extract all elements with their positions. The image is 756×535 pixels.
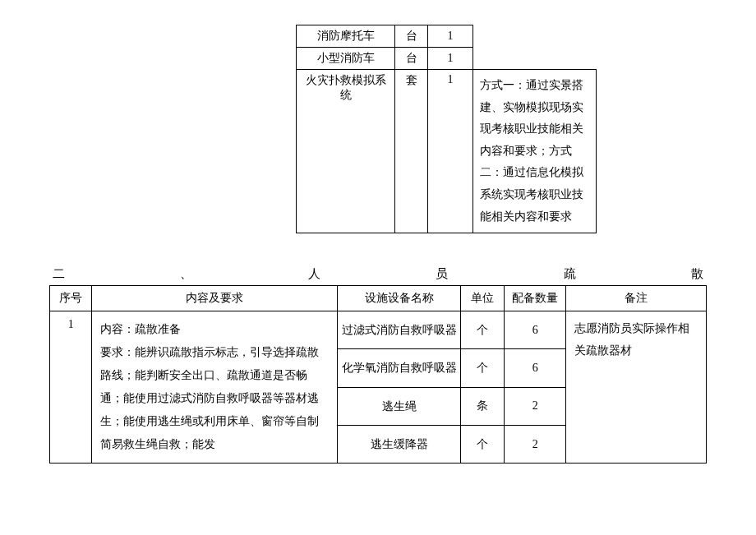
unit-cell: 条 <box>460 387 504 425</box>
table-row: 消防摩托车 台 1 <box>297 25 597 48</box>
equip-name-cell: 消防摩托车 <box>297 25 395 48</box>
unit-cell: 台 <box>395 25 428 48</box>
equip-name-cell: 逃生缓降器 <box>338 425 461 463</box>
seq-cell: 1 <box>50 311 92 464</box>
equipment-table-1: 消防摩托车 台 1 小型消防车 台 1 火灾扑救模拟系统 套 1 方式一：通过实… <box>296 25 597 233</box>
equip-name-cell: 火灾扑救模拟系统 <box>297 70 395 233</box>
qty-cell: 1 <box>428 48 473 70</box>
header-unit: 单位 <box>460 286 504 311</box>
heading-char: 散 <box>691 266 703 282</box>
note-cell: 方式一：通过实景搭建、实物模拟现场实现考核职业技能相关内容和要求；方式二：通过信… <box>473 70 597 233</box>
header-content: 内容及要求 <box>92 286 338 311</box>
heading-char: 员 <box>436 266 448 282</box>
equip-name-cell: 逃生绳 <box>338 387 461 425</box>
qty-cell: 1 <box>428 70 473 233</box>
qty-cell: 1 <box>428 25 473 48</box>
heading-char: 、 <box>180 266 192 282</box>
section-heading: 二 、 人 员 疏 散 <box>49 266 707 282</box>
heading-char: 人 <box>308 266 320 282</box>
equip-name-cell: 小型消防车 <box>297 48 395 70</box>
qty-cell: 2 <box>505 425 566 463</box>
header-note: 备注 <box>566 286 707 311</box>
table-row: 小型消防车 台 1 <box>297 48 597 70</box>
note-cell: 志愿消防员实际操作相关疏散器材 <box>566 311 707 464</box>
equip-name-cell: 化学氧消防自救呼吸器 <box>338 349 461 387</box>
table-header-row: 序号 内容及要求 设施设备名称 单位 配备数量 备注 <box>50 286 707 311</box>
heading-char: 疏 <box>564 266 576 282</box>
unit-cell: 个 <box>460 349 504 387</box>
heading-char: 二 <box>53 266 65 282</box>
unit-cell: 个 <box>460 311 504 349</box>
table-row: 1 内容：疏散准备要求：能辨识疏散指示标志，引导选择疏散路线；能判断安全出口、疏… <box>50 311 707 349</box>
header-seq: 序号 <box>50 286 92 311</box>
qty-cell: 6 <box>505 349 566 387</box>
header-qty: 配备数量 <box>505 286 566 311</box>
equip-name-cell: 过滤式消防自救呼吸器 <box>338 311 461 349</box>
header-equip: 设施设备名称 <box>338 286 461 311</box>
section-2: 二 、 人 员 疏 散 序号 内容及要求 设施设备名称 单位 配备数量 备注 1… <box>49 266 707 464</box>
equipment-table-1-wrap: 消防摩托车 台 1 小型消防车 台 1 火灾扑救模拟系统 套 1 方式一：通过实… <box>296 25 707 233</box>
unit-cell: 台 <box>395 48 428 70</box>
unit-cell: 个 <box>460 425 504 463</box>
table-row: 火灾扑救模拟系统 套 1 方式一：通过实景搭建、实物模拟现场实现考核职业技能相关… <box>297 70 597 233</box>
qty-cell: 6 <box>505 311 566 349</box>
content-cell: 内容：疏散准备要求：能辨识疏散指示标志，引导选择疏散路线；能判断安全出口、疏散通… <box>92 311 338 464</box>
evacuation-table: 序号 内容及要求 设施设备名称 单位 配备数量 备注 1 内容：疏散准备要求：能… <box>49 285 707 464</box>
unit-cell: 套 <box>395 70 428 233</box>
qty-cell: 2 <box>505 387 566 425</box>
